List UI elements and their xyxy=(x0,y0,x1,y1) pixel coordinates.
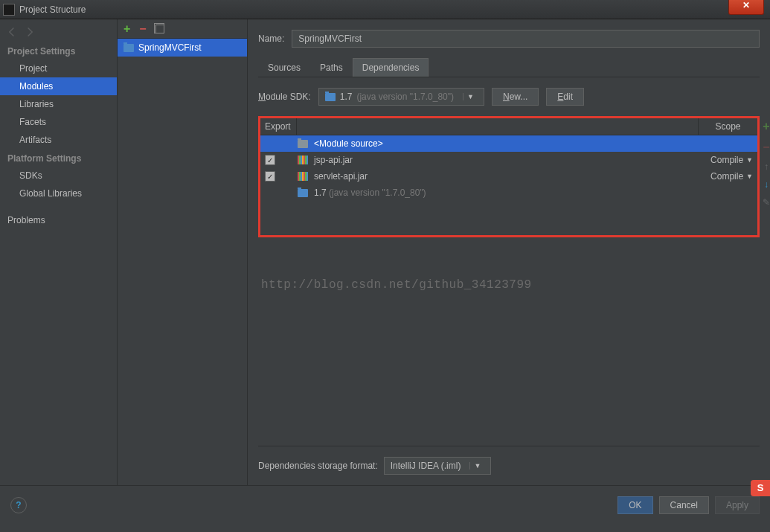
dep-jsp-api[interactable]: ✓ jsp-api.jar Compile▼ xyxy=(260,152,757,168)
move-up-icon[interactable]: ↑ xyxy=(764,161,769,172)
nav-sdks[interactable]: SDKs xyxy=(0,167,117,185)
dialog-footer: ? OK Cancel Apply xyxy=(0,485,770,524)
storage-value: IntelliJ IDEA (.iml) xyxy=(391,461,461,471)
tab-sources[interactable]: Sources xyxy=(258,58,310,77)
copy-module-icon[interactable] xyxy=(155,25,164,33)
remove-module-icon[interactable]: − xyxy=(139,22,146,36)
input-method-badge: S xyxy=(751,480,770,496)
window-titlebar: Project Structure xyxy=(0,0,770,19)
dep-label: 1.7 (java version "1.7.0_80") xyxy=(314,188,695,198)
add-dep-icon[interactable]: + xyxy=(763,120,769,133)
export-checkbox[interactable]: ✓ xyxy=(265,171,275,182)
watermark-text: http://blog.csdn.net/github_34123799 xyxy=(258,237,760,292)
name-label: Name: xyxy=(258,33,284,44)
section-project-settings: Project Settings xyxy=(0,42,117,60)
apply-button[interactable]: Apply xyxy=(715,496,760,514)
folder-icon xyxy=(298,140,308,148)
nav-project[interactable]: Project xyxy=(0,60,117,77)
module-list-panel: + − SpringMVCFirst xyxy=(118,19,248,485)
module-item-springmvcfirst[interactable]: SpringMVCFirst xyxy=(118,39,247,57)
sdk-label: Module SDK: xyxy=(258,92,311,102)
remove-dep-icon[interactable]: − xyxy=(763,141,769,154)
dependencies-table: Export Scope <Module source> ✓ jsp-api.j… xyxy=(258,116,760,237)
dep-label: <Module source> xyxy=(314,138,695,149)
chevron-down-icon: ▼ xyxy=(463,93,478,100)
sdk-edit-button[interactable]: Edit xyxy=(546,88,584,106)
nav-artifacts[interactable]: Artifacts xyxy=(0,131,117,149)
nav-libraries[interactable]: Libraries xyxy=(0,95,117,113)
dep-label: servlet-api.jar xyxy=(314,171,695,182)
module-name-input[interactable] xyxy=(292,30,760,48)
sdk-folder-icon xyxy=(298,189,308,197)
library-icon xyxy=(298,172,308,181)
move-down-icon[interactable]: ↓ xyxy=(764,179,769,190)
sdk-value: 1.7 xyxy=(340,92,353,102)
storage-dropdown[interactable]: IntelliJ IDEA (.iml) ▼ xyxy=(384,457,492,475)
tab-paths[interactable]: Paths xyxy=(310,58,353,77)
module-name: SpringMVCFirst xyxy=(138,42,202,53)
sdk-icon xyxy=(325,93,336,101)
tab-dependencies[interactable]: Dependencies xyxy=(353,58,429,77)
module-tabs: Sources Paths Dependencies xyxy=(258,58,760,77)
dep-jdk[interactable]: 1.7 (java version "1.7.0_80") xyxy=(260,185,757,201)
scope-dropdown[interactable]: Compile▼ xyxy=(701,155,753,165)
dep-module-source[interactable]: <Module source> xyxy=(260,135,757,152)
export-checkbox[interactable]: ✓ xyxy=(265,155,275,165)
cancel-button[interactable]: Cancel xyxy=(659,496,709,514)
settings-sidebar: Project Settings Project Modules Librari… xyxy=(0,19,118,485)
nav-modules[interactable]: Modules xyxy=(0,77,117,95)
window-close-button[interactable]: ✕ xyxy=(728,0,764,15)
module-folder-icon xyxy=(123,44,134,52)
section-platform-settings: Platform Settings xyxy=(0,149,117,167)
window-title: Project Structure xyxy=(19,4,86,15)
module-content: Name: Sources Paths Dependencies Module … xyxy=(248,19,770,485)
dep-label: jsp-api.jar xyxy=(314,155,695,165)
chevron-down-icon: ▼ xyxy=(469,462,484,469)
nav-problems[interactable]: Problems xyxy=(0,211,117,229)
storage-label: Dependencies storage format: xyxy=(258,461,378,471)
nav-global-libraries[interactable]: Global Libraries xyxy=(0,185,117,202)
nav-forward-icon[interactable] xyxy=(24,27,33,36)
nav-back-icon[interactable] xyxy=(7,27,16,36)
sdk-new-button[interactable]: New... xyxy=(492,88,539,106)
scope-dropdown[interactable]: Compile▼ xyxy=(701,171,753,182)
sdk-detail: (java version "1.7.0_80") xyxy=(356,92,454,102)
nav-facets[interactable]: Facets xyxy=(0,113,117,131)
ok-button[interactable]: OK xyxy=(617,496,652,514)
app-icon xyxy=(3,4,15,16)
add-module-icon[interactable]: + xyxy=(123,22,130,36)
col-scope[interactable]: Scope xyxy=(698,118,757,135)
dep-servlet-api[interactable]: ✓ servlet-api.jar Compile▼ xyxy=(260,168,757,185)
library-icon xyxy=(298,156,308,164)
sdk-dropdown[interactable]: 1.7 (java version "1.7.0_80") ▼ xyxy=(318,88,484,106)
edit-dep-icon[interactable]: ✎ xyxy=(763,197,770,208)
help-button[interactable]: ? xyxy=(10,497,27,513)
col-export[interactable]: Export xyxy=(260,118,296,135)
